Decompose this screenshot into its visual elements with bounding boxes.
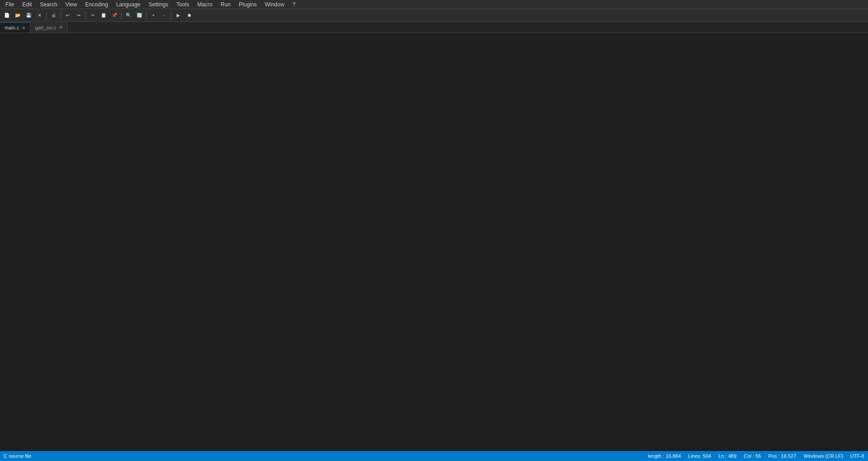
menu-edit[interactable]: Edit: [19, 0, 35, 9]
status-source-file: C source file: [4, 453, 31, 459]
tab-main-c[interactable]: main.c ✕: [0, 22, 30, 33]
zoom-out-button[interactable]: -: [159, 10, 169, 20]
status-length: length : 16,864: [648, 453, 681, 459]
status-encoding: UTF-8: [850, 453, 864, 459]
statusbar-right: length : 16,864 Lines: 504 Ln : 489 Col …: [648, 453, 864, 459]
menu-encoding[interactable]: Encoding: [82, 0, 112, 9]
cut-button[interactable]: ✂: [88, 10, 98, 20]
status-lines: Lines: 504: [688, 453, 711, 459]
zoom-in-button[interactable]: +: [148, 10, 158, 20]
menubar: File Edit Search View Encoding Language …: [0, 0, 868, 9]
statusbar: C source file length : 16,864 Lines: 504…: [0, 451, 868, 461]
menu-view[interactable]: View: [62, 0, 81, 9]
print-button[interactable]: 🖨: [49, 10, 59, 20]
status-line-endings: Windows (CR LF): [804, 453, 843, 459]
menu-run[interactable]: Run: [217, 0, 234, 9]
status-pos: Pos : 16,527: [768, 453, 796, 459]
status-ln: Ln : 489: [719, 453, 737, 459]
run-button[interactable]: ▶: [173, 10, 183, 20]
editor-container: [0, 33, 868, 451]
open-button[interactable]: 📂: [13, 10, 23, 20]
paste-button[interactable]: 📌: [109, 10, 119, 20]
status-col: Col : 56: [744, 453, 761, 459]
toolbar-sep-2: [60, 11, 61, 20]
close-button[interactable]: ✕: [35, 10, 44, 20]
statusbar-left: C source file: [4, 453, 641, 459]
menu-search[interactable]: Search: [36, 0, 61, 9]
tab-gatt-svr-c-close[interactable]: ✕: [59, 25, 63, 30]
menu-settings[interactable]: Settings: [145, 0, 172, 9]
code-area[interactable]: [26, 33, 868, 451]
toolbar: 📄 📂 💾 ✕ 🖨 ↩ ↪ ✂ 📋 📌 🔍 🔄 + - ▶ ⏺: [0, 9, 868, 22]
save-button[interactable]: 💾: [24, 10, 34, 20]
toolbar-sep-1: [46, 11, 47, 20]
macro-record-button[interactable]: ⏺: [184, 10, 194, 20]
menu-plugins[interactable]: Plugins: [235, 0, 260, 9]
toolbar-sep-5: [146, 11, 147, 20]
replace-button[interactable]: 🔄: [134, 10, 144, 20]
toolbar-sep-4: [121, 11, 122, 20]
tab-main-c-label: main.c: [5, 25, 19, 30]
menu-language[interactable]: Language: [113, 0, 144, 9]
menu-macro[interactable]: Macro: [194, 0, 216, 9]
new-button[interactable]: 📄: [2, 10, 12, 20]
redo-button[interactable]: ↪: [74, 10, 84, 20]
tabs: main.c ✕ gatt_svr.c ✕: [0, 22, 868, 33]
find-button[interactable]: 🔍: [123, 10, 133, 20]
menu-help[interactable]: ?: [289, 0, 299, 9]
tab-gatt-svr-c-label: gatt_svr.c: [35, 25, 56, 30]
tab-main-c-close[interactable]: ✕: [22, 25, 25, 30]
undo-button[interactable]: ↩: [63, 10, 73, 20]
menu-tools[interactable]: Tools: [173, 0, 193, 9]
menu-window[interactable]: Window: [261, 0, 288, 9]
toolbar-sep-6: [171, 11, 172, 20]
tab-gatt-svr-c[interactable]: gatt_svr.c ✕: [30, 22, 68, 33]
toolbar-sep-3: [85, 11, 86, 20]
line-numbers: [0, 33, 20, 451]
menu-file[interactable]: File: [2, 0, 18, 9]
fold-column: [20, 33, 26, 451]
copy-button[interactable]: 📋: [99, 10, 108, 20]
